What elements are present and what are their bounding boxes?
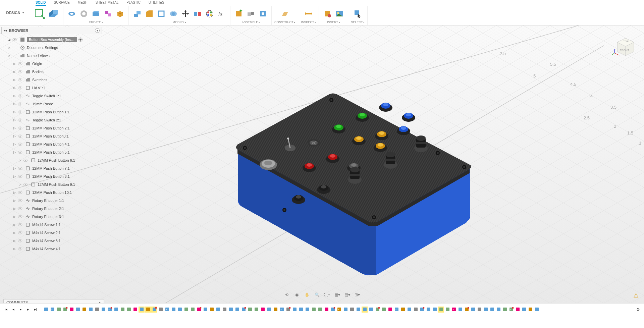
timeline-feature[interactable]: [464, 307, 470, 313]
tab-surface[interactable]: SURFACE: [54, 0, 70, 5]
timeline-feature[interactable]: [43, 307, 49, 313]
timeline-start-icon[interactable]: |◂: [3, 306, 9, 313]
tree-item[interactable]: ▷Toggle Switch 1:1: [1, 92, 102, 100]
box-icon[interactable]: [114, 8, 126, 19]
timeline-feature[interactable]: [126, 307, 132, 313]
expand-icon[interactable]: ▷: [12, 191, 17, 194]
visibility-icon[interactable]: [17, 174, 23, 179]
modify-label[interactable]: MODIFY: [173, 20, 186, 24]
parameters-icon[interactable]: fx: [216, 8, 227, 19]
extrude-icon[interactable]: [47, 7, 60, 20]
expand-icon[interactable]: ▷: [12, 143, 17, 146]
tree-item[interactable]: ▷Bodies: [1, 68, 102, 76]
expand-icon[interactable]: ▷: [12, 86, 17, 90]
rib-icon[interactable]: [102, 8, 114, 19]
visibility-icon[interactable]: [17, 246, 23, 252]
timeline-feature[interactable]: [177, 307, 183, 313]
look-icon[interactable]: ◉: [293, 291, 301, 298]
insert-label[interactable]: INSERT: [327, 20, 340, 24]
tree-item[interactable]: ▷Rotary Encoder 3:1: [1, 213, 102, 221]
timeline-feature[interactable]: [132, 307, 138, 313]
visibility-icon[interactable]: [17, 85, 23, 91]
expand-icon[interactable]: ▷: [12, 167, 17, 170]
tree-item[interactable]: ▷Rotary Encoder 1:1: [1, 197, 102, 205]
timeline-feature[interactable]: [381, 307, 387, 313]
timeline-feature[interactable]: [534, 307, 540, 313]
timeline-feature[interactable]: [413, 307, 419, 313]
visibility-icon[interactable]: [17, 117, 23, 123]
viewports-icon[interactable]: ⊞▾: [354, 291, 361, 298]
create-label[interactable]: CREATE: [89, 20, 103, 24]
tree-item[interactable]: ▷Document Settings: [1, 44, 102, 52]
visibility-icon[interactable]: [17, 101, 23, 107]
tree-item[interactable]: ▷12MM Push Button 9:1: [1, 180, 102, 188]
timeline-feature[interactable]: [489, 307, 495, 313]
viewport[interactable]: 5.5 5 4.5 4 3.5 2.5 2 1.5 1 0.5 2.5: [0, 25, 644, 315]
expand-icon[interactable]: ▷: [12, 110, 17, 114]
timeline-feature[interactable]: +: [279, 307, 285, 313]
new-component-icon[interactable]: ✦: [233, 8, 245, 19]
timeline-feature[interactable]: [483, 307, 489, 313]
tree-item[interactable]: ▷M4x14 Screw 4:1: [1, 245, 102, 253]
timeline-feature[interactable]: [139, 307, 145, 313]
timeline-feature[interactable]: +: [49, 307, 55, 313]
viewcube[interactable]: TOP FRONT X: [610, 32, 637, 59]
timeline-feature[interactable]: +: [451, 307, 457, 313]
shell-icon[interactable]: [156, 8, 167, 19]
timeline-end-icon[interactable]: ▸|: [32, 306, 39, 313]
orbit-icon[interactable]: ⟲: [283, 291, 290, 298]
timeline-feature[interactable]: [266, 307, 272, 313]
visibility-icon[interactable]: [17, 166, 23, 171]
timeline-feature[interactable]: [158, 307, 164, 313]
timeline-feature[interactable]: [190, 307, 196, 313]
tree-item[interactable]: ▷M4x14 Screw 1:1: [1, 221, 102, 229]
timeline-feature[interactable]: [342, 307, 348, 313]
align-icon[interactable]: [192, 8, 203, 19]
visibility-icon[interactable]: [17, 125, 23, 131]
visibility-icon[interactable]: [17, 238, 23, 243]
timeline-feature[interactable]: [432, 307, 438, 313]
timeline-feature[interactable]: +: [336, 307, 342, 313]
timeline-feature[interactable]: +: [508, 307, 514, 313]
timeline-feature[interactable]: [400, 307, 406, 313]
visibility-icon[interactable]: [17, 61, 23, 66]
timeline-feature[interactable]: [234, 307, 240, 313]
timeline-feature[interactable]: [502, 307, 508, 313]
timeline-feature[interactable]: [240, 307, 247, 313]
timeline-feature[interactable]: [362, 307, 368, 313]
expand-icon[interactable]: ▷: [7, 46, 11, 49]
fit-icon[interactable]: ⛶▾: [323, 291, 331, 298]
expand-icon[interactable]: ▷: [12, 215, 17, 218]
timeline-feature[interactable]: [368, 307, 374, 313]
tree-item[interactable]: ▷12MM Push Button3:1: [1, 132, 102, 140]
tree-item[interactable]: ▷12MM Push Button 4:1: [1, 140, 102, 148]
select-icon[interactable]: [352, 8, 364, 19]
expand-icon[interactable]: ▷: [12, 134, 17, 138]
expand-icon[interactable]: ▷: [12, 62, 17, 65]
visibility-icon[interactable]: [17, 206, 23, 211]
timeline-feature[interactable]: [196, 307, 202, 313]
timeline-feature[interactable]: [291, 307, 298, 313]
construct-plane-icon[interactable]: [279, 8, 290, 19]
timeline-feature[interactable]: [406, 307, 412, 313]
timeline-feature[interactable]: [285, 307, 291, 313]
timeline-feature[interactable]: [228, 307, 234, 313]
tab-utilities[interactable]: UTILITIES: [149, 0, 164, 5]
timeline-feature[interactable]: [387, 307, 393, 313]
timeline-feature[interactable]: [304, 307, 310, 313]
tree-item[interactable]: ▷Toggle Switch 2:1: [1, 116, 102, 124]
visibility-icon[interactable]: [17, 214, 23, 219]
tree-item[interactable]: ▷12MM Push Button 10:1: [1, 188, 102, 197]
expand-icon[interactable]: ▷: [7, 54, 11, 57]
move-icon[interactable]: [180, 8, 191, 19]
expand-icon[interactable]: ▷: [17, 159, 22, 162]
grid-icon[interactable]: ▤▾: [343, 291, 351, 298]
timeline-feature[interactable]: +: [164, 307, 170, 313]
timeline-feature[interactable]: [444, 307, 450, 313]
tree-item[interactable]: ▷Rotary Encoder 2:1: [1, 205, 102, 213]
expand-icon[interactable]: ▷: [12, 199, 17, 202]
timeline-feature[interactable]: [355, 307, 361, 313]
timeline-feature[interactable]: [119, 307, 125, 313]
visibility-icon[interactable]: [17, 150, 23, 155]
zoom-icon[interactable]: 🔍: [313, 291, 321, 298]
